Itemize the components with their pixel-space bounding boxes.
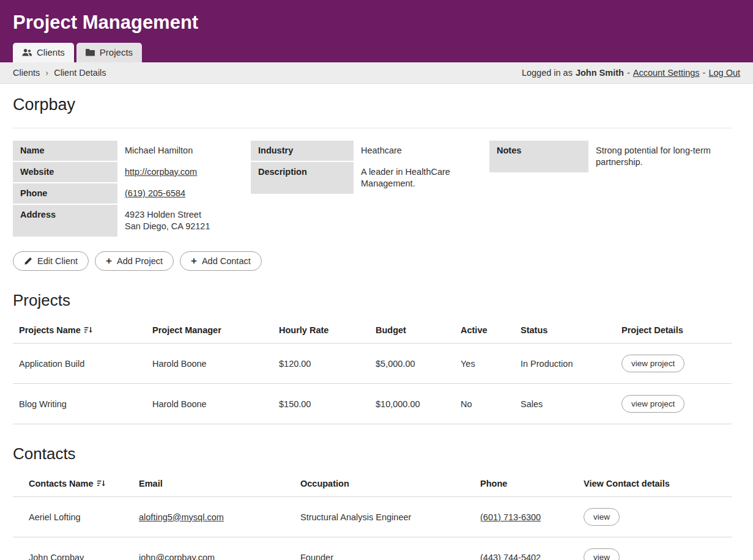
button-label: Add Project [117, 256, 163, 266]
projects-col-details: Project Details [615, 317, 732, 344]
project-budget: $5,000.00 [369, 344, 454, 384]
contact-email-link[interactable]: alofting5@mysql.com [139, 512, 224, 522]
contacts-heading: Contacts [13, 444, 732, 463]
address-line-2: San Diego, CA 92121 [125, 221, 236, 232]
sort-icon [84, 326, 92, 334]
project-row: Blog Writing Harold Boone $150.00 $10,00… [13, 384, 732, 424]
contact-row: Aeriel Lofting alofting5@mysql.com Struc… [13, 497, 732, 537]
industry-value: Heathcare [354, 141, 481, 161]
add-project-button[interactable]: + Add Project [95, 251, 174, 271]
session-info: Logged in as John Smith - Account Settin… [522, 68, 740, 78]
breadcrumb-clients[interactable]: Clients [13, 68, 40, 78]
column-label: Active [461, 325, 488, 335]
project-active: Yes [454, 344, 514, 384]
project-status: In Production [514, 344, 615, 384]
session-dash: - [703, 68, 706, 78]
column-label: Projects Name [19, 325, 81, 335]
contact-occupation: Structural Analysis Engineer [294, 497, 474, 537]
page: Project Management Clients [0, 0, 753, 560]
name-label: Name [13, 141, 117, 161]
website-link[interactable]: http://corpbay.com [125, 167, 197, 177]
name-value: Michael Hamilton [117, 141, 243, 161]
button-label: Edit Client [37, 256, 78, 266]
sort-icon [97, 479, 105, 487]
column-label: Contacts Name [29, 479, 94, 488]
column-label: Occupation [300, 479, 349, 488]
contact-email-cell: john@corpbay.com [133, 537, 294, 560]
notes-label: Notes [489, 141, 588, 172]
projects-header-row: Projects Name Project Manager Hourly Rat… [13, 317, 732, 344]
website-label: Website [13, 162, 117, 182]
phone-link[interactable]: (619) 205-6584 [125, 188, 185, 198]
project-status: Sales [514, 384, 615, 424]
main-tabs: Clients Projects [0, 43, 753, 62]
app-header: Project Management Clients [0, 0, 753, 62]
button-label: Add Contact [202, 256, 251, 266]
view-contact-button[interactable]: view [584, 508, 620, 526]
user-name: John Smith [576, 68, 624, 78]
column-label: View Contact details [584, 479, 670, 488]
users-icon [22, 48, 32, 56]
contacts-col-occupation: Occupation [294, 471, 474, 497]
tab-projects[interactable]: Projects [76, 43, 142, 62]
breadcrumb-separator: › [45, 68, 48, 78]
description-label: Description [251, 162, 354, 194]
view-project-button[interactable]: view project [621, 355, 684, 372]
address-value: 4923 Holden Street San Diego, CA 92121 [117, 205, 243, 237]
client-actions: Edit Client + Add Project + Add Contact [13, 251, 732, 271]
contact-row: John Corpbay john@corpbay.com Founder (4… [13, 537, 732, 560]
notes-value: Strong potential for long-term partnersh… [588, 141, 732, 172]
contacts-col-name[interactable]: Contacts Name [13, 471, 133, 497]
contacts-col-view: View Contact details [577, 471, 732, 497]
project-hourly-rate: $120.00 [273, 344, 369, 384]
projects-col-budget: Budget [369, 317, 454, 344]
contact-view-cell: view [577, 497, 732, 537]
phone-value: (619) 205-6584 [117, 183, 243, 204]
project-manager: Harold Boone [146, 384, 273, 424]
projects-col-manager: Project Manager [146, 317, 273, 344]
projects-col-rate: Hourly Rate [273, 317, 369, 344]
projects-col-active: Active [454, 317, 514, 344]
column-label: Status [521, 325, 547, 335]
projects-heading: Projects [13, 290, 732, 310]
client-details-middle: Industry Heathcare Description A leader … [251, 141, 481, 237]
projects-col-name[interactable]: Projects Name [13, 317, 146, 344]
log-out-link[interactable]: Log Out [708, 68, 740, 78]
projects-col-status: Status [514, 317, 615, 344]
contact-phone-cell: (443) 744-5402 [474, 537, 577, 560]
projects-table: Projects Name Project Manager Hourly Rat… [13, 317, 732, 424]
view-contact-button[interactable]: view [584, 548, 620, 560]
project-name: Application Build [13, 344, 146, 384]
tab-label: Clients [37, 47, 65, 57]
client-details-left: Name Michael Hamilton Website http://cor… [13, 141, 243, 237]
tab-clients[interactable]: Clients [13, 43, 74, 62]
contact-phone-link[interactable]: (443) 744-5402 [480, 553, 541, 560]
contact-email-link[interactable]: john@corpbay.com [139, 553, 215, 560]
view-project-button[interactable]: view project [621, 395, 684, 413]
industry-label: Industry [251, 141, 354, 161]
column-label: Budget [376, 325, 406, 335]
address-line-1: 4923 Holden Street [125, 209, 236, 221]
add-contact-button[interactable]: + Add Contact [180, 251, 262, 271]
folder-icon [86, 48, 95, 56]
address-label: Address [13, 205, 117, 237]
column-label: Project Details [621, 325, 683, 335]
column-label: Hourly Rate [279, 325, 328, 335]
app-title: Project Management [0, 7, 753, 43]
topbar: Clients › Client Details Logged in as Jo… [0, 62, 753, 84]
contact-phone-link[interactable]: (601) 713-6300 [480, 512, 541, 522]
session-dash: - [627, 68, 630, 78]
contacts-col-email: Email [133, 471, 294, 497]
column-label: Phone [480, 479, 507, 488]
project-name: Blog Writing [13, 384, 146, 424]
project-budget: $10,000.00 [369, 384, 454, 424]
tab-label: Projects [100, 47, 133, 57]
description-value: A leader in HealthCare Management. [354, 162, 481, 194]
project-manager: Harold Boone [146, 344, 273, 384]
edit-client-button[interactable]: Edit Client [13, 251, 89, 271]
main-content: Corpbay Name Michael Hamilton Website ht… [0, 84, 753, 560]
project-details-cell: view project [615, 344, 732, 384]
account-settings-link[interactable]: Account Settings [633, 68, 700, 78]
plus-icon: + [106, 257, 112, 265]
client-details: Name Michael Hamilton Website http://cor… [13, 141, 732, 237]
